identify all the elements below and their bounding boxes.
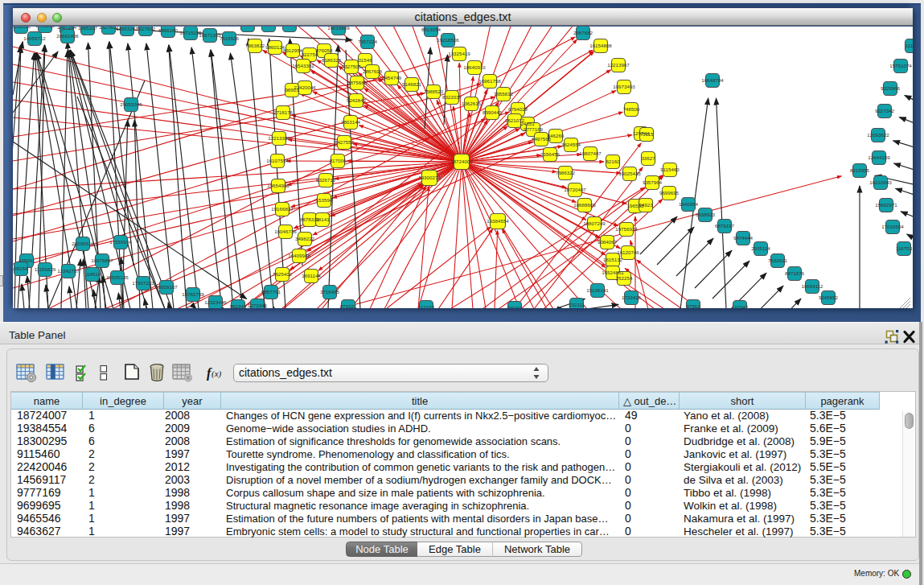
svg-text:9245652: 9245652 [819,295,839,300]
svg-text:5326713: 5326713 [316,177,336,183]
svg-text:1615132: 1615132 [603,257,623,262]
svg-text:2052316: 2052316 [13,27,31,29]
svg-text:98901: 98901 [285,87,299,93]
svg-text:12505135: 12505135 [106,274,129,280]
svg-text:16543382: 16543382 [292,63,314,68]
svg-text:817006: 817006 [330,158,347,163]
svg-text:8427552: 8427552 [335,139,355,145]
svg-text:9357964: 9357964 [643,179,663,185]
svg-text:8215955: 8215955 [850,167,870,173]
svg-text:10654112: 10654112 [801,283,823,289]
svg-text:9146821: 9146821 [402,81,422,87]
svg-text:3624554: 3624554 [561,142,581,147]
svg-text:7955812: 7955812 [494,91,514,97]
svg-text:16154808: 16154808 [589,43,612,48]
svg-text:7357224: 7357224 [358,39,378,44]
svg-text:11156829: 11156829 [35,266,56,272]
svg-text:13325419: 13325419 [448,51,470,56]
svg-text:1065327: 1065327 [78,27,98,31]
svg-text:9115460: 9115460 [660,167,680,172]
svg-text:1687264: 1687264 [57,27,77,30]
svg-text:3875685: 3875685 [347,80,368,85]
svg-text:19756924: 19756924 [615,226,638,232]
svg-text:116753: 116753 [896,245,913,251]
svg-text:10973493: 10973493 [613,84,635,89]
svg-text:9777169: 9777169 [524,126,544,132]
svg-text:18724007: 18724007 [450,159,473,164]
svg-text:435061: 435061 [18,257,35,263]
svg-text:9227342: 9227342 [875,108,895,113]
svg-text:12323446: 12323446 [204,299,227,305]
svg-text:1527602: 1527602 [136,27,156,31]
svg-text:7663822: 7663822 [245,43,265,48]
svg-text:29053346: 29053346 [120,101,142,107]
svg-text:15136141: 15136141 [586,287,609,293]
svg-text:14055712: 14055712 [23,35,46,41]
svg-text:12213967: 12213967 [607,62,630,68]
svg-text:1640954: 1640954 [679,201,699,207]
svg-text:20206516: 20206516 [72,241,94,246]
svg-text:2156456: 2156456 [540,151,561,157]
svg-text:17957223: 17957223 [132,280,154,286]
svg-text:16782759: 16782759 [182,291,204,297]
svg-text:2687682: 2687682 [573,30,593,35]
svg-text:19166827: 19166827 [271,206,294,212]
svg-text:2935114: 2935114 [751,245,770,251]
svg-text:62160: 62160 [606,159,620,164]
svg-text:1733426: 1733426 [622,295,642,300]
svg-text:11123: 11123 [906,43,913,48]
svg-text:153594: 153594 [316,197,333,203]
svg-text:1273345: 1273345 [248,303,268,308]
svg-text:803136: 803136 [240,27,257,27]
svg-text:18640910: 18640910 [463,64,486,70]
svg-text:9329966: 9329966 [881,85,901,91]
svg-text:7515526: 7515526 [220,35,240,41]
svg-text:94923: 94923 [639,202,653,208]
svg-text:10958107: 10958107 [155,284,178,290]
svg-text:8322037: 8322037 [442,94,462,100]
svg-text:16648784: 16648784 [701,77,724,83]
svg-text:39159: 39159 [14,266,28,271]
svg-text:16961758: 16961758 [478,78,501,84]
svg-text:605332: 605332 [261,27,277,27]
svg-text:10807487: 10807487 [579,150,602,156]
svg-text:9860124: 9860124 [265,44,285,50]
svg-text:748500: 748500 [623,106,640,112]
svg-text:16120746: 16120746 [617,249,639,255]
svg-text:2718176: 2718176 [273,109,294,115]
svg-text:2867608: 2867608 [363,68,383,74]
svg-text:7986322: 7986322 [556,170,576,175]
svg-text:16210643: 16210643 [869,179,892,185]
svg-text:33627: 33627 [641,155,655,161]
svg-text:19654983: 19654983 [267,183,290,188]
svg-text:10975867: 10975867 [91,257,113,263]
svg-text:20691406: 20691406 [56,33,79,39]
svg-text:8912954: 8912954 [283,47,303,53]
svg-text:(x): (x) [211,369,222,379]
svg-text:376058: 376058 [316,47,333,53]
svg-text:6879197: 6879197 [715,223,735,229]
svg-text:18807249: 18807249 [583,220,606,226]
svg-text:1691144: 1691144 [302,273,321,278]
svg-text:19300273: 19300273 [418,175,441,180]
svg-text:10025433: 10025433 [618,171,641,176]
svg-text:98141: 98141 [315,216,330,222]
svg-text:110342: 110342 [732,304,749,308]
svg-text:15751074: 15751074 [889,63,912,68]
svg-text:252254: 252254 [616,275,633,281]
svg-text:8471676: 8471676 [785,270,805,276]
svg-text:9327505: 9327505 [342,64,362,69]
svg-text:8938923: 8938923 [696,212,716,217]
svg-text:16409948: 16409948 [288,253,310,258]
svg-text:9699695: 9699695 [659,190,680,196]
svg-text:16107554: 16107554 [266,158,289,163]
svg-text:93232: 93232 [507,305,522,308]
svg-text:1498233: 1498233 [35,27,55,28]
svg-text:982344: 982344 [230,303,247,308]
svg-text:16524861: 16524861 [602,270,624,275]
svg-text:16046736: 16046736 [274,229,297,234]
svg-text:8990443: 8990443 [483,109,503,115]
svg-text:75115: 75115 [640,131,654,137]
svg-text:3716485: 3716485 [320,289,340,295]
svg-text:6466160: 6466160 [158,27,179,33]
